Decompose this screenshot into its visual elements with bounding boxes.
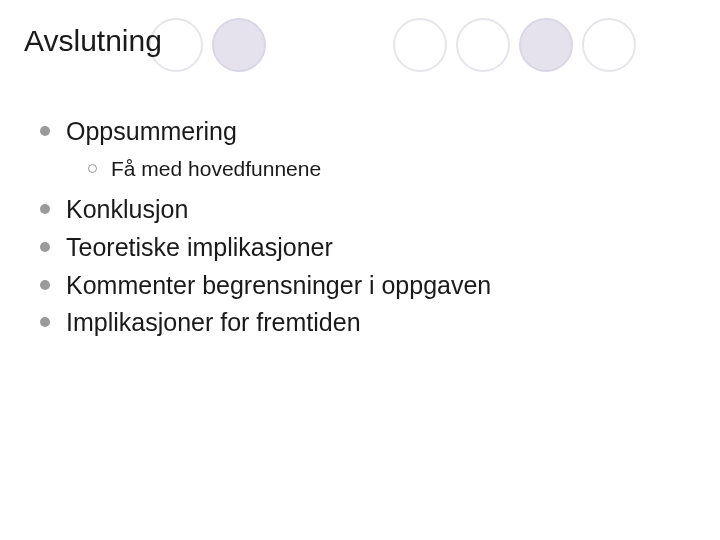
presentation-slide: Avslutning Oppsummering Få med hovedfunn… [0,0,720,540]
list-item: Konklusjon [40,193,680,227]
list-item: Få med hovedfunnene [88,155,680,183]
bullet-icon [40,204,50,214]
list-item-text: Konklusjon [66,193,188,227]
list-item-text: Få med hovedfunnene [111,155,321,183]
decorative-circle-icon [393,18,447,72]
decorative-circle-icon [456,18,510,72]
bullet-icon [40,317,50,327]
bullet-icon [40,242,50,252]
list-item: Oppsummering [40,115,680,149]
bullet-list: Konklusjon Teoretiske implikasjoner Komm… [40,193,680,340]
list-item-text: Teoretiske implikasjoner [66,231,333,265]
hollow-bullet-icon [88,164,97,173]
decorative-circle-icon [582,18,636,72]
list-item: Implikasjoner for fremtiden [40,306,680,340]
list-item: Teoretiske implikasjoner [40,231,680,265]
decorative-circle-icon [519,18,573,72]
bullet-icon [40,126,50,136]
slide-title: Avslutning [24,24,162,58]
slide-content: Oppsummering Få med hovedfunnene Konklus… [40,115,680,344]
list-item-text: Implikasjoner for fremtiden [66,306,361,340]
sub-bullet-list: Få med hovedfunnene [88,155,680,183]
list-item: Kommenter begrensninger i oppgaven [40,269,680,303]
bullet-icon [40,280,50,290]
decorative-circle-icon [212,18,266,72]
bullet-list: Oppsummering [40,115,680,149]
list-item-text: Oppsummering [66,115,237,149]
list-item-text: Kommenter begrensninger i oppgaven [66,269,491,303]
